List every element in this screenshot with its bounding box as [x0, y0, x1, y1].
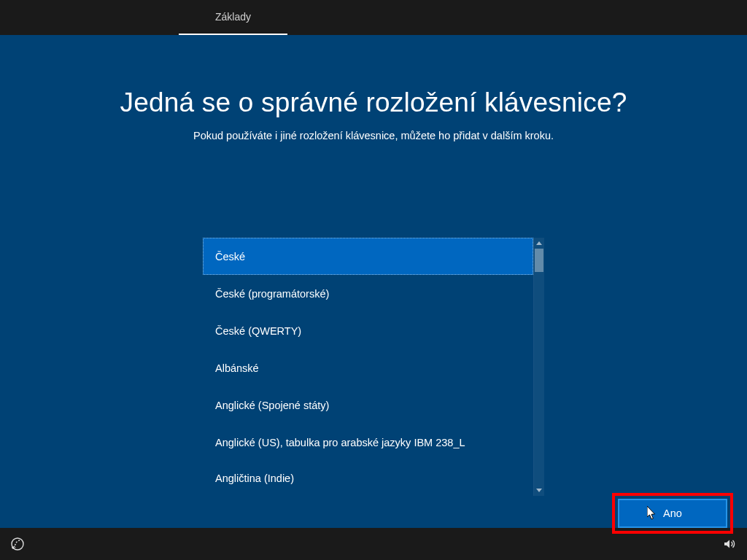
list-item[interactable]: Albánské: [203, 349, 533, 386]
yes-button-label: Ano: [663, 508, 682, 519]
ease-of-access-icon[interactable]: [10, 537, 25, 551]
scroll-up-button[interactable]: [534, 238, 544, 249]
scroll-thumb[interactable]: [535, 249, 543, 272]
scroll-down-button[interactable]: [534, 485, 544, 496]
tab-label: Základy: [215, 11, 251, 23]
scrollbar[interactable]: [533, 238, 544, 496]
keyboard-layout-list: České České (programátorské) České (QWER…: [203, 238, 544, 496]
cursor-icon: [647, 506, 657, 523]
list-item[interactable]: Anglické (US), tabulka pro arabské jazyk…: [203, 424, 533, 461]
list-item[interactable]: Anglické (Spojené státy): [203, 386, 533, 424]
volume-icon[interactable]: [722, 537, 737, 551]
yes-button[interactable]: Ano: [618, 499, 727, 528]
page-title: Jedná se o správné rozložení klávesnice?: [0, 88, 747, 118]
highlight-box: Ano: [612, 493, 733, 534]
list-item-label: České (QWERTY): [215, 325, 301, 337]
list-item-label: Anglické (US), tabulka pro arabské jazyk…: [215, 437, 465, 448]
top-bar: Základy: [0, 0, 747, 35]
list-item[interactable]: České: [203, 238, 533, 275]
list-item[interactable]: České (programátorské): [203, 275, 533, 312]
page-subtitle: Pokud používáte i jiné rozložení klávesn…: [0, 130, 747, 141]
list-item-label: Anglické (Spojené státy): [215, 400, 329, 411]
tab-basics[interactable]: Základy: [179, 0, 287, 35]
list-item-label: Albánské: [215, 362, 259, 374]
list-item[interactable]: Angličtina (Indie): [203, 461, 533, 496]
main-content: Jedná se o správné rozložení klávesnice?…: [0, 35, 747, 528]
list-item-label: České (programátorské): [215, 288, 329, 300]
list-item[interactable]: České (QWERTY): [203, 312, 533, 349]
list-item-label: Angličtina (Indie): [215, 472, 294, 484]
list-item-label: České: [215, 251, 245, 262]
